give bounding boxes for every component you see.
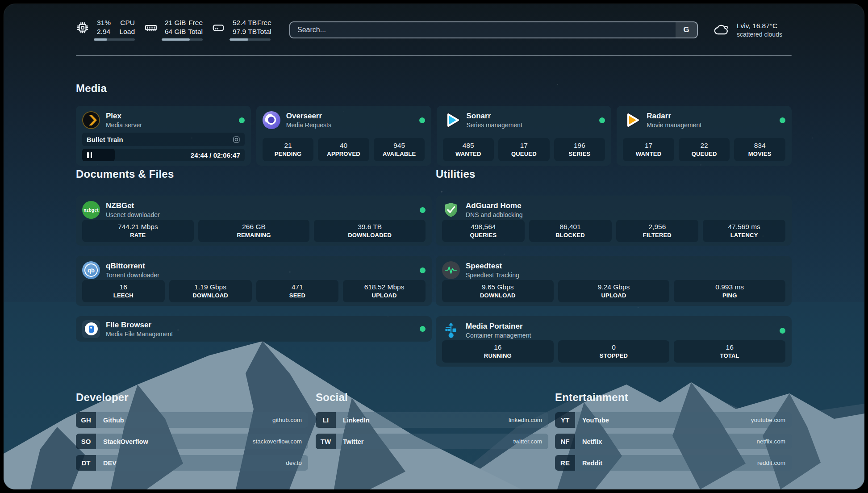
service-text: AdGuard Home DNS and adblocking	[466, 201, 523, 219]
stats-row: 498,564 QUERIES 86,401 BLOCKED 2,956 FIL…	[442, 220, 785, 242]
bookmark-abbr: YT	[555, 412, 575, 428]
dashboard-content: Media Plex Media server Bullet Train	[76, 56, 792, 489]
bookmark-name: Reddit	[582, 460, 602, 467]
bookmark-github[interactable]: GH Github github.com	[76, 412, 308, 428]
disk-labels: Free Total	[257, 18, 271, 36]
media-grid: Plex Media server Bullet Train	[76, 106, 792, 164]
adguard-icon	[442, 201, 460, 219]
service-name: Media Portainer	[466, 322, 531, 331]
stat-seed: 471 SEED	[256, 280, 339, 302]
stat-leech: 16 LEECH	[82, 280, 165, 302]
service-name: Plex	[106, 111, 142, 121]
service-desc: Torrent downloader	[106, 271, 159, 279]
sonarr-card[interactable]: Sonarr Series management 485 WANTED 17 Q…	[437, 106, 612, 166]
stat-latency: 47.569 ms LATENCY	[703, 220, 785, 242]
overseerr-card[interactable]: Overseerr Media Requests 21 PENDING 40 A…	[256, 106, 431, 166]
now-playing-icon[interactable]	[233, 136, 240, 143]
stat-queries: 498,564 QUERIES	[442, 220, 525, 242]
stat-approved: 40 APPROVED	[318, 138, 369, 161]
status-indicator	[780, 328, 785, 334]
disk-values: 52.4 TB 97.9 TB	[233, 18, 257, 36]
bookmark-reddit[interactable]: RE Reddit reddit.com	[555, 455, 792, 471]
bookmark-dev[interactable]: DT DEV dev.to	[76, 455, 308, 471]
memory-stats: 21 GiB 64 GiB Free Total	[144, 18, 203, 42]
service-name: Speedtest	[466, 261, 519, 271]
service-desc: Movie management	[647, 121, 701, 129]
disk-usage-bar	[230, 38, 271, 41]
weather-summary: Lviv, 16.87°C	[737, 21, 782, 30]
speedtest-card[interactable]: Speedtest Speedtest Tracking 9.65 Gbps D…	[436, 256, 792, 306]
memory-values: 21 GiB 64 GiB	[165, 18, 186, 36]
bookmark-abbr: RE	[555, 455, 575, 471]
service-name: qBittorrent	[106, 261, 159, 271]
bookmark-name: LinkedIn	[343, 417, 370, 424]
search-input[interactable]	[290, 22, 676, 38]
bookmark-netflix[interactable]: NF Netflix netflix.com	[555, 434, 792, 449]
service-desc: DNS and adblocking	[466, 211, 523, 219]
filebrowser-icon	[82, 320, 100, 338]
plex-card[interactable]: Plex Media server Bullet Train	[76, 106, 251, 166]
bookmark-name: Netflix	[582, 438, 602, 445]
stat-wanted: 485 WANTED	[443, 138, 494, 161]
playback-time: 24:44 / 02:06:47	[191, 149, 240, 161]
qbittorrent-card[interactable]: qb qBittorrent Torrent downloader 16 LEE…	[76, 256, 432, 306]
memory-usage-bar	[162, 38, 203, 41]
now-playing-title: Bullet Train	[87, 136, 123, 143]
bookmark-twitter[interactable]: TW Twitter twitter.com	[316, 434, 548, 449]
weather-text: Lviv, 16.87°C scattered clouds	[737, 21, 782, 38]
entertainment-bookmarks: YT YouTube youtube.com NF Netflix netfli…	[555, 412, 792, 476]
stat-downloaded: 39.6 TB DOWNLOADED	[314, 220, 426, 242]
status-indicator	[420, 267, 426, 273]
status-indicator	[780, 117, 785, 123]
section-title-social: Social	[316, 391, 348, 404]
stats-row: 485 WANTED 17 QUEUED 196 SERIES	[443, 138, 605, 161]
disk-stats: 52.4 TB 97.9 TB Free Total	[212, 18, 271, 42]
section-title-developer: Developer	[76, 391, 129, 404]
filebrowser-card[interactable]: File Browser Media File Management	[76, 316, 432, 342]
bookmark-url: netflix.com	[756, 438, 785, 445]
bookmark-linkedin[interactable]: LI LinkedIn linkedin.com	[316, 412, 548, 428]
service-text: Plex Media server	[106, 111, 142, 129]
plex-icon	[82, 111, 100, 129]
portainer-card[interactable]: Media Portainer Container management 16 …	[436, 316, 792, 367]
stat-upload: 9.24 Gbps UPLOAD	[558, 280, 670, 302]
stats-row: 744.21 Mbps RATE 266 GB REMAINING 39.6 T…	[82, 220, 426, 242]
stats-row: 21 PENDING 40 APPROVED 945 AVAILABLE	[263, 138, 425, 161]
bookmark-url: reddit.com	[757, 460, 785, 466]
adguard-card[interactable]: AdGuard Home DNS and adblocking 498,564 …	[436, 196, 792, 246]
stat-pending: 21 PENDING	[263, 138, 314, 161]
radarr-card[interactable]: Radarr Movie management 17 WANTED 22 QUE…	[617, 106, 792, 166]
pause-icon[interactable]	[87, 152, 92, 158]
service-text: qBittorrent Torrent downloader	[106, 261, 159, 279]
stat-rate: 744.21 Mbps RATE	[82, 220, 194, 242]
service-name: NZBGet	[106, 201, 160, 211]
social-bookmarks: LI LinkedIn linkedin.com TW Twitter twit…	[316, 412, 548, 455]
weather-condition: scattered clouds	[737, 30, 782, 38]
section-title-utilities: Utilities	[436, 168, 475, 180]
overseerr-icon	[263, 111, 280, 129]
playback-progress-fill	[82, 149, 115, 161]
qbittorrent-icon: qb	[82, 261, 100, 279]
service-name: Radarr	[647, 111, 701, 121]
bookmark-abbr: SO	[76, 434, 96, 449]
status-indicator	[239, 117, 245, 123]
search-provider-button[interactable]: G	[676, 22, 697, 38]
stat-running: 16 RUNNING	[442, 340, 554, 363]
stat-ping: 0.993 ms PING	[674, 280, 785, 302]
speedtest-icon	[442, 261, 460, 279]
nzbget-card[interactable]: nzbget NZBGet Usenet downloader 744.21 M…	[76, 196, 432, 246]
cpu-usage-bar	[94, 38, 135, 41]
cloud-icon	[713, 22, 731, 38]
bookmark-youtube[interactable]: YT YouTube youtube.com	[555, 412, 792, 428]
stats-row: 16 LEECH 1.19 Gbps DOWNLOAD 471 SEED 618…	[82, 280, 426, 302]
stat-movies: 834 MOVIES	[734, 138, 785, 161]
bookmark-name: Github	[103, 417, 124, 424]
bookmark-stackoverflow[interactable]: SO StackOverflow stackoverflow.com	[76, 434, 308, 449]
service-desc: Speedtest Tracking	[466, 271, 519, 279]
portainer-icon	[442, 322, 460, 339]
stat-download: 9.65 Gbps DOWNLOAD	[442, 280, 554, 302]
status-indicator	[419, 117, 425, 123]
stat-filtered: 2,956 FILTERED	[616, 220, 699, 242]
section-title-entertainment: Entertainment	[555, 391, 628, 404]
service-desc: Container management	[466, 331, 531, 339]
